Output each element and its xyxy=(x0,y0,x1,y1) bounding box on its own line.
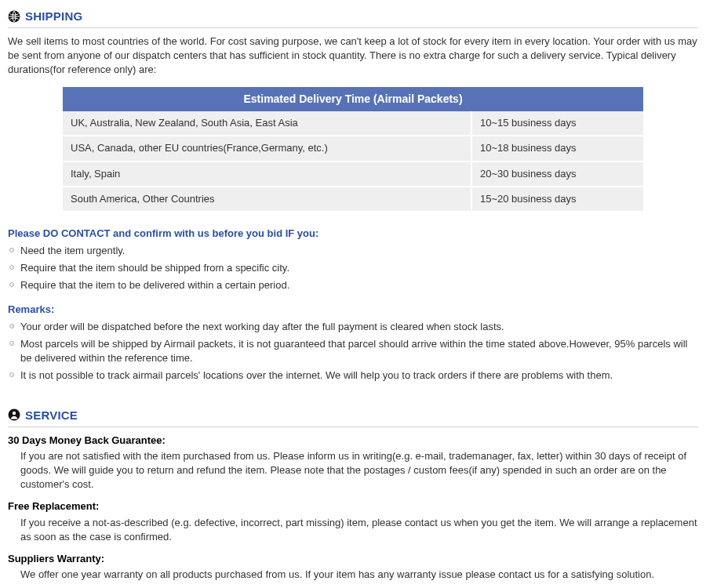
list-item: Require that the item should be shipped … xyxy=(8,261,698,275)
table-row: Italy, Spain 20~30 business days xyxy=(63,162,643,187)
free-replacement-label: Free Replacement: xyxy=(8,499,698,514)
list-item: Require that the item to be delivered wi… xyxy=(8,278,698,292)
region-cell: South America, Other Countries xyxy=(63,187,471,212)
time-cell: 20~30 business days xyxy=(471,162,643,187)
time-cell: 15~20 business days xyxy=(471,187,643,212)
free-replacement-body: If you receive a not-as-described (e.g. … xyxy=(8,516,698,544)
table-row: USA, Canada, other EU countries(France,G… xyxy=(63,136,643,161)
time-cell: 10~18 business days xyxy=(471,136,643,161)
money-back-block: 30 Days Money Back Guarantee: If you are… xyxy=(8,434,698,492)
shipping-title: SHIPPING xyxy=(25,8,82,24)
shipping-header: SHIPPING xyxy=(8,8,698,28)
table-row: South America, Other Countries 15~20 bus… xyxy=(63,187,643,212)
globe-icon xyxy=(8,10,20,23)
region-cell: UK, Australia, New Zealand, South Asia, … xyxy=(63,111,471,136)
free-replacement-block: Free Replacement: If you receive a not-a… xyxy=(8,499,698,544)
money-back-body: If you are not satisfied with the item p… xyxy=(8,449,698,492)
shipping-intro: We sell items to most countries of the w… xyxy=(8,34,698,78)
money-back-label: 30 Days Money Back Guarantee: xyxy=(8,434,698,448)
table-header: Estimated Delivery Time (Airmail Packets… xyxy=(63,87,643,112)
shipping-remarks-heading: Remarks: xyxy=(8,303,698,317)
region-cell: USA, Canada, other EU countries(France,G… xyxy=(63,136,471,161)
warranty-block: Suppliers Warranty: We offer one year wa… xyxy=(8,552,698,582)
support-icon xyxy=(8,408,20,421)
shipping-remarks-list: Your order will be dispatched before the… xyxy=(8,320,698,383)
warranty-label: Suppliers Warranty: xyxy=(8,552,698,566)
warranty-body: We offer one year warranty on all produc… xyxy=(8,568,698,582)
region-cell: Italy, Spain xyxy=(63,162,471,187)
list-item: Your order will be dispatched before the… xyxy=(8,320,698,334)
svg-point-2 xyxy=(13,412,16,415)
list-item: Need the item urgently. xyxy=(8,244,698,258)
list-item: It is not possible to track airmail parc… xyxy=(8,368,698,383)
contact-heading: Please DO CONTACT and confirm with us be… xyxy=(8,227,698,241)
delivery-time-table: Estimated Delivery Time (Airmail Packets… xyxy=(63,87,643,212)
service-title: SERVICE xyxy=(25,407,78,423)
time-cell: 10~15 business days xyxy=(471,111,643,136)
contact-list: Need the item urgently. Require that the… xyxy=(8,244,698,293)
service-header: SERVICE xyxy=(8,407,698,427)
list-item: Most parcels will be shipped by Airmail … xyxy=(8,337,698,365)
table-row: UK, Australia, New Zealand, South Asia, … xyxy=(63,111,643,136)
